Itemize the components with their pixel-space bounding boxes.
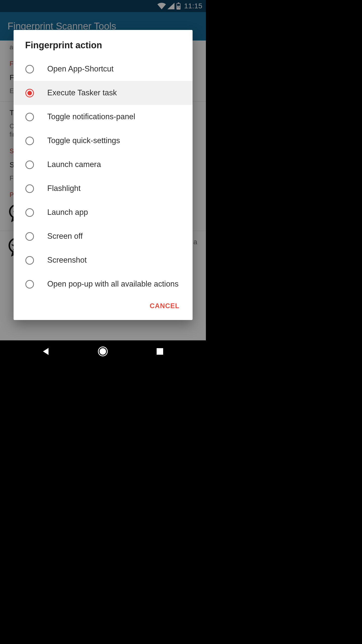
option-row[interactable]: Launch camera bbox=[14, 153, 193, 177]
screen-root: authentication … Fingerprint Fingerprint… bbox=[0, 0, 206, 362]
option-row[interactable]: Flashlight bbox=[14, 177, 193, 200]
home-icon bbox=[97, 346, 108, 357]
option-row[interactable]: Open App-Shortcut bbox=[14, 57, 193, 81]
radio-unselected-icon bbox=[25, 112, 34, 122]
navigation-bar bbox=[0, 340, 206, 362]
option-label: Open App-Shortcut bbox=[47, 64, 184, 74]
dialog-options-list: Open App-ShortcutExecute Tasker taskTogg… bbox=[14, 57, 193, 296]
radio-unselected-icon bbox=[25, 208, 34, 217]
option-label: Flashlight bbox=[47, 184, 184, 193]
option-label: Toggle notifications-panel bbox=[47, 112, 184, 122]
svg-point-7 bbox=[100, 348, 106, 355]
option-label: Screenshot bbox=[47, 255, 184, 265]
radio-unselected-icon bbox=[25, 65, 34, 74]
radio-selected-icon bbox=[25, 89, 34, 98]
back-icon bbox=[41, 347, 51, 356]
radio-unselected-icon bbox=[25, 256, 34, 265]
option-row[interactable]: Toggle quick-settings bbox=[14, 129, 193, 153]
option-label: Launch camera bbox=[47, 160, 184, 170]
svg-rect-8 bbox=[157, 348, 163, 355]
option-label: Launch app bbox=[47, 208, 184, 217]
option-row[interactable]: Screen off bbox=[14, 224, 193, 248]
back-button[interactable] bbox=[31, 347, 61, 356]
recents-icon bbox=[156, 348, 164, 355]
radio-unselected-icon bbox=[25, 232, 34, 241]
option-label: Open pop-up with all available actions bbox=[47, 279, 184, 289]
radio-unselected-icon bbox=[25, 280, 34, 289]
option-row[interactable]: Screenshot bbox=[14, 248, 193, 272]
radio-unselected-icon bbox=[25, 160, 34, 169]
option-row[interactable]: Open pop-up with all available actions bbox=[14, 272, 193, 296]
option-label: Screen off bbox=[47, 231, 184, 241]
radio-unselected-icon bbox=[25, 184, 34, 193]
recents-button[interactable] bbox=[145, 348, 175, 355]
option-row[interactable]: Toggle notifications-panel bbox=[14, 105, 193, 129]
fingerprint-action-dialog: Fingerprint action Open App-ShortcutExec… bbox=[14, 30, 193, 320]
home-button[interactable] bbox=[88, 346, 118, 357]
option-row[interactable]: Execute Tasker task bbox=[14, 81, 193, 105]
option-label: Toggle quick-settings bbox=[47, 136, 184, 146]
option-row[interactable]: Launch app bbox=[14, 200, 193, 224]
cancel-button[interactable]: Cancel bbox=[146, 299, 184, 313]
dialog-title: Fingerprint action bbox=[14, 30, 193, 57]
dialog-actions: Cancel bbox=[14, 296, 193, 320]
option-label: Execute Tasker task bbox=[47, 88, 184, 98]
radio-unselected-icon bbox=[25, 136, 34, 145]
